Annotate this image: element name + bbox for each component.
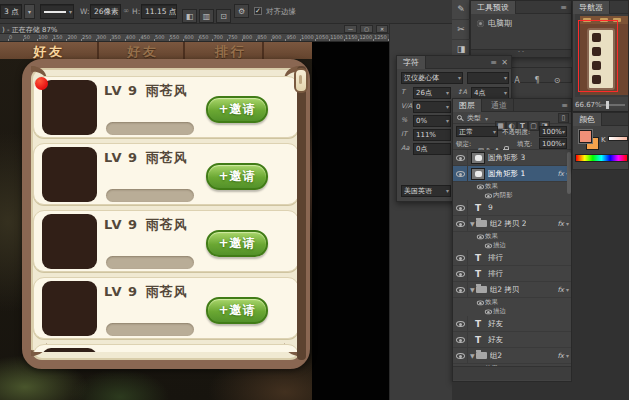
tool-preset-item[interactable]: 电脑期 [471, 17, 571, 30]
friend-scrollbar-knob[interactable] [294, 68, 308, 93]
opacity-field[interactable]: 100% ▾ [539, 126, 567, 137]
layer-effects-header[interactable]: 效果 [453, 232, 571, 241]
effect-visibility-eye-icon[interactable] [484, 242, 492, 249]
vertical-scale-field[interactable]: 111% [413, 129, 451, 141]
close-icon[interactable]: ✕ [501, 57, 508, 68]
baseline-shift-field[interactable]: 0点 [413, 143, 451, 155]
layer-effect-item[interactable]: 描边 [453, 241, 571, 250]
layers-scrollbar-thumb[interactable] [567, 152, 571, 194]
layer-visibility-eye-icon[interactable] [453, 332, 468, 347]
path-alignment-icon[interactable]: ▥ [199, 9, 214, 23]
channel-slider[interactable] [608, 136, 628, 141]
shape-width-field[interactable]: 26像素 [90, 4, 121, 19]
path-arrangement-icon[interactable]: ⊡ [216, 9, 231, 23]
layers-panel-header[interactable]: 图层 通道 ≡ [453, 99, 571, 112]
proportional-spacing-field[interactable]: 0% ▾ [413, 115, 451, 127]
invite-button[interactable]: +邀请 [206, 297, 268, 324]
layer-row-text[interactable]: T排行 [453, 266, 571, 282]
dock-icon-scissors[interactable]: ✂ [452, 20, 470, 40]
effect-visibility-eye-icon[interactable] [484, 192, 492, 199]
layer-row-text[interactable]: T9 [453, 200, 571, 216]
effect-visibility-eye-icon[interactable] [476, 233, 484, 240]
layer-visibility-eye-icon[interactable] [453, 216, 468, 231]
invite-button[interactable]: +邀请 [206, 96, 268, 123]
panel-menu-icon[interactable]: ≡ [490, 57, 497, 68]
paragraph-panel-icon[interactable]: ¶ [527, 74, 547, 88]
tab-layers[interactable]: 图层 [453, 99, 482, 112]
fx-collapse-arrow[interactable]: ▾ [566, 220, 569, 227]
glyphs-panel-icon[interactable]: ⊙ [547, 74, 567, 88]
stroke-style-dropdown[interactable]: ▾ [40, 4, 74, 19]
link-wh-icon[interactable]: ∞ [123, 6, 129, 16]
language-dropdown[interactable]: 美国英语 ▾ [401, 185, 451, 197]
font-size-field[interactable]: 26点 ▾ [413, 87, 451, 99]
effect-visibility-eye-icon[interactable] [484, 308, 492, 315]
layer-row-group[interactable]: ▼组2fx▾ [453, 348, 571, 364]
filter-type-label[interactable]: 类型 [467, 113, 481, 123]
layer-visibility-eye-icon[interactable] [453, 282, 468, 297]
stroke-width-field[interactable]: 3 点 [0, 4, 22, 19]
layer-visibility-eye-icon[interactable] [453, 348, 468, 363]
layer-visibility-eye-icon[interactable] [453, 200, 468, 215]
layer-row-shape[interactable]: 圆角矩形 3 [453, 150, 571, 166]
window-close-button[interactable]: ✕ [376, 25, 388, 33]
color-spectrum-ramp[interactable] [575, 154, 628, 162]
navigator-proxy-view-box[interactable] [578, 20, 618, 92]
panel-menu-icon[interactable]: ≡ [560, 2, 567, 13]
navigator-header[interactable]: 导航器 [573, 1, 628, 14]
tool-presets-header[interactable]: 工具预设 ≡ [471, 1, 571, 14]
tab-navigator[interactable]: 导航器 [573, 1, 610, 14]
fill-field[interactable]: 100% ▾ [539, 138, 567, 149]
color-panel-header[interactable]: 颜色 [573, 113, 628, 126]
layer-row-group[interactable]: ▼组2 拷贝 2fx▾ [453, 216, 571, 232]
align-edges-checkbox[interactable]: ✓ [254, 7, 262, 15]
layer-effect-item[interactable]: 描边 [453, 307, 571, 316]
font-family-dropdown[interactable]: 汉仪菱心体 ▾ [401, 72, 463, 84]
layer-visibility-eye-icon[interactable] [453, 250, 468, 265]
group-expand-arrow[interactable]: ▼ [470, 220, 475, 227]
effect-visibility-eye-icon[interactable] [476, 299, 484, 306]
layer-visibility-eye-icon[interactable] [453, 316, 468, 331]
window-minimize-button[interactable]: — [344, 25, 357, 33]
shape-height-field[interactable]: 11.15 点 [141, 4, 177, 19]
document-title-bar[interactable]: ) - 正在存储 87% — ▢ ✕ [0, 24, 390, 34]
stroke-width-dropdown[interactable]: ▾ [24, 4, 35, 19]
tab-character[interactable]: 字符 [397, 56, 426, 69]
group-expand-arrow[interactable]: ▼ [470, 352, 475, 359]
layer-filtering-toggle[interactable]: ▯ [558, 113, 569, 123]
layer-row-group[interactable]: ▼组2 拷贝fx▾ [453, 282, 571, 298]
fx-collapse-arrow[interactable]: ▾ [566, 286, 569, 293]
tab-channels[interactable]: 通道 [485, 99, 514, 112]
path-operations-icon[interactable]: ◧ [182, 9, 197, 23]
window-restore-button[interactable]: ▢ [360, 25, 373, 33]
layer-effects-header[interactable]: 效果 [453, 298, 571, 307]
tab-tool-presets[interactable]: 工具预设 [471, 1, 516, 14]
layer-row-text[interactable]: T排行 [453, 250, 571, 266]
group-expand-arrow[interactable]: ▼ [470, 286, 475, 293]
layer-thumbnail[interactable] [471, 168, 485, 180]
navigator-zoom-slider-thumb[interactable] [606, 101, 609, 109]
friend-scrollbar-track[interactable] [297, 66, 306, 360]
gear-icon[interactable]: ⚙ [234, 4, 249, 18]
invite-button[interactable]: +邀请 [206, 163, 268, 190]
panel-menu-icon[interactable]: ≡ [561, 100, 568, 111]
layer-visibility-eye-icon[interactable] [453, 266, 468, 281]
font-style-dropdown[interactable]: ▾ [467, 72, 509, 84]
invite-button[interactable]: +邀请 [206, 230, 268, 257]
navigator-zoom-slider[interactable] [597, 104, 625, 106]
character-panel-header[interactable]: 字符 ≡ ✕ [397, 56, 511, 69]
layer-thumbnail[interactable] [471, 152, 485, 164]
layer-effects-header[interactable]: 效果 [453, 182, 571, 191]
layer-row-shape[interactable]: 圆角矩形 1fx▾ [453, 166, 571, 182]
layer-row-text[interactable]: T好友 [453, 332, 571, 348]
foreground-color-swatch[interactable] [579, 130, 592, 143]
layer-visibility-eye-icon[interactable] [453, 166, 468, 181]
dock-icon-pen[interactable]: ✎ [452, 0, 470, 20]
blend-mode-dropdown[interactable]: 正常 ▾ [456, 126, 498, 137]
fx-collapse-arrow[interactable]: ▾ [566, 352, 569, 359]
layer-effect-item[interactable]: 内阴影 [453, 191, 571, 200]
kerning-field[interactable]: 0 ▾ [413, 101, 451, 113]
layer-visibility-eye-icon[interactable] [453, 150, 468, 165]
tab-color[interactable]: 颜色 [573, 113, 602, 126]
navigator-thumbnail[interactable] [575, 14, 628, 98]
